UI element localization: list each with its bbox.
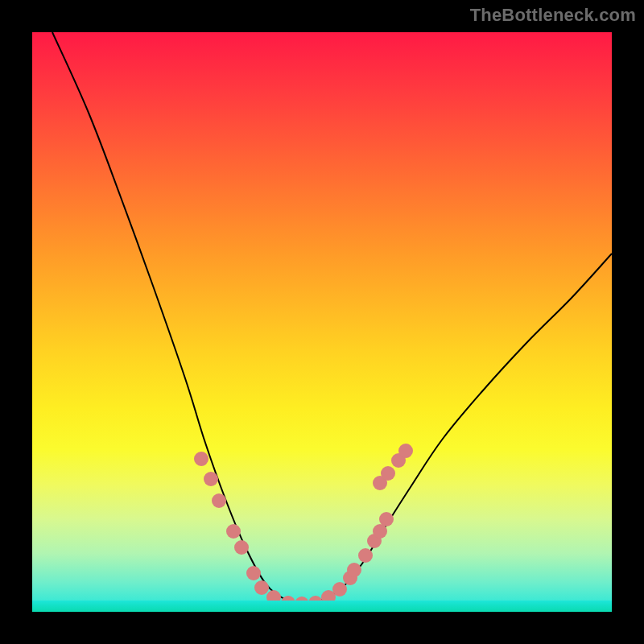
- data-dot: [212, 493, 226, 508]
- data-dots: [194, 444, 413, 611]
- data-dot: [204, 472, 218, 486]
- data-dot: [398, 444, 413, 458]
- data-dot: [246, 566, 261, 580]
- data-dot: [194, 452, 208, 466]
- plot-area: [32, 32, 612, 612]
- data-dot: [332, 582, 347, 597]
- curve-left-arm: [52, 32, 302, 604]
- data-dot: [234, 540, 249, 555]
- gradient-bottom-strip: [32, 601, 612, 612]
- watermark-label: TheBottleneck.com: [470, 5, 636, 26]
- data-dot: [358, 548, 373, 563]
- data-dot: [379, 512, 394, 526]
- data-dot: [226, 524, 241, 539]
- data-dot: [347, 563, 361, 577]
- data-dot: [381, 466, 395, 481]
- data-dot: [254, 580, 269, 595]
- chart-svg: [32, 32, 612, 612]
- chart-canvas: TheBottleneck.com: [0, 0, 644, 644]
- curve-right-arm: [302, 254, 612, 604]
